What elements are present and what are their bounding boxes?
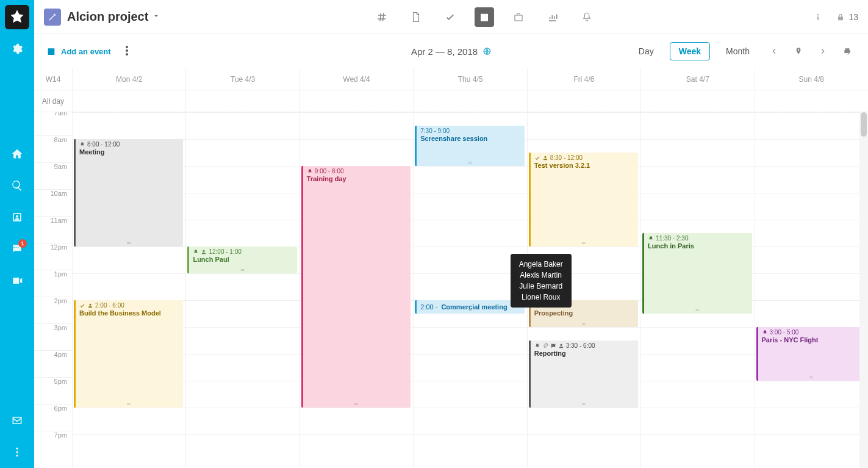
user-icon	[87, 303, 93, 309]
event-lunch[interactable]: 12:00 - 1:00 Lunch Paul ═	[187, 247, 296, 273]
project-title[interactable]: Alcion project	[67, 10, 148, 24]
svg-point-0	[16, 448, 18, 450]
day-header[interactable]: Wed 4/4	[299, 68, 413, 90]
day-column-fri[interactable]: 8:30 - 12:00 Test version 3.2.1 ═ 2:00 -…	[527, 112, 640, 468]
svg-point-3	[817, 14, 819, 15]
topbar: Alcion project 13	[34, 0, 868, 34]
day-header[interactable]: Thu 4/5	[413, 68, 526, 90]
location-icon[interactable]	[790, 43, 807, 60]
bell-icon	[534, 343, 540, 349]
chat-icon[interactable]: 1	[5, 237, 29, 261]
event-paris[interactable]: 11:30 - 2:30 Lunch in Paris ═	[642, 233, 751, 314]
svg-point-2	[16, 455, 18, 456]
project-icon[interactable]	[44, 9, 61, 26]
comment-icon	[550, 343, 556, 349]
month-view-button[interactable]: Month	[717, 43, 758, 60]
file-icon[interactable]	[406, 7, 426, 27]
print-icon[interactable]	[839, 43, 856, 60]
contacts-icon[interactable]	[5, 205, 29, 229]
day-header[interactable]: Mon 4/2	[72, 68, 185, 90]
day-header[interactable]: Fri 4/6	[527, 68, 640, 90]
date-range: Apr 2 — 8, 2018	[411, 46, 491, 57]
globe-icon[interactable]	[482, 47, 491, 56]
bell-icon	[79, 142, 85, 148]
check-icon	[79, 303, 85, 309]
event-meeting[interactable]: 8:00 - 12:00 Meeting ═	[74, 139, 183, 247]
home-icon[interactable]	[5, 142, 29, 166]
event-screenshare[interactable]: 7:30 - 9:00 Screenshare session ═	[415, 126, 524, 166]
user-icon	[542, 155, 548, 161]
calendar: W14 Mon 4/2 Tue 4/3 Wed 4/4 Thu 4/5 Fri …	[34, 68, 868, 468]
bell-icon	[193, 249, 199, 255]
allday-row: All day	[34, 90, 868, 112]
day-column-thu[interactable]: 7:30 - 9:00 Screenshare session ═ 2:00 -…	[413, 112, 526, 468]
day-column-wed[interactable]: 9:00 - 6:00 Training day ═	[299, 112, 413, 468]
event-flight[interactable]: 3:00 - 5:00 Paris - NYC Flight ═	[756, 327, 866, 381]
calendar-body: 7am 8am 9am 10am 11am 12pm 1pm 2pm 3pm 4…	[34, 112, 868, 468]
chevron-down-icon[interactable]	[152, 12, 160, 22]
bell-icon	[762, 329, 768, 336]
next-icon[interactable]	[814, 43, 831, 60]
day-column-sun[interactable]: 3:00 - 5:00 Paris - NYC Flight ═	[755, 112, 868, 468]
day-column-sat[interactable]: 11:30 - 2:30 Lunch in Paris ═	[640, 112, 754, 468]
event-reporting[interactable]: 3:30 - 6:00 Reporting ═	[529, 340, 638, 408]
bell-icon	[648, 236, 654, 242]
chart-icon[interactable]	[543, 7, 562, 27]
calendar-icon[interactable]	[475, 7, 494, 27]
attachment-icon	[542, 343, 548, 349]
day-column-tue[interactable]: 12:00 - 1:00 Lunch Paul ═	[185, 112, 299, 468]
time-column: 7am 8am 9am 10am 11am 12pm 1pm 2pm 3pm 4…	[34, 112, 72, 468]
settings-icon[interactable]	[5, 37, 29, 61]
check-icon[interactable]	[440, 7, 460, 27]
event-commercial[interactable]: 2:00 -Commercial meeting ═	[415, 300, 524, 314]
add-event-button[interactable]: Add an event	[46, 46, 111, 56]
scrollbar[interactable]	[859, 112, 868, 468]
prev-icon[interactable]	[766, 43, 783, 60]
day-header[interactable]: Sun 4/8	[755, 68, 868, 90]
svg-point-6	[126, 53, 128, 56]
video-icon[interactable]	[5, 268, 29, 293]
day-view-button[interactable]: Day	[630, 43, 662, 60]
chat-badge: 1	[18, 239, 27, 248]
main: Alcion project 13	[34, 0, 868, 468]
bell-icon[interactable]	[577, 7, 597, 27]
svg-point-4	[126, 46, 128, 48]
toolbar: Add an event Apr 2 — 8, 2018 Day Week Mo…	[34, 34, 868, 68]
event-biz[interactable]: 2:00 - 6:00 Build the Business Model ═	[74, 300, 183, 408]
app-logo[interactable]	[5, 5, 29, 29]
bell-icon	[307, 168, 313, 175]
week-view-button[interactable]: Week	[670, 42, 710, 60]
more-icon[interactable]	[126, 46, 128, 57]
more-sidebar-icon[interactable]	[5, 440, 29, 464]
search-icon[interactable]	[5, 173, 29, 198]
sidebar: 1	[0, 0, 34, 468]
attendee-tooltip: Angela Baker Alexis Martin Julie Bernard…	[511, 254, 572, 308]
day-header[interactable]: Tue 4/3	[185, 68, 299, 90]
user-icon	[201, 249, 207, 255]
event-test[interactable]: 8:30 - 12:00 Test version 3.2.1 ═	[529, 153, 638, 247]
user-icon	[558, 343, 564, 349]
svg-point-1	[16, 451, 18, 453]
hash-icon[interactable]	[372, 7, 392, 27]
scrollbar-thumb[interactable]	[861, 112, 867, 137]
info-icon[interactable]	[808, 7, 828, 27]
user-count[interactable]: 13	[836, 12, 858, 22]
day-header[interactable]: Sat 4/7	[640, 68, 754, 90]
calendar-header: W14 Mon 4/2 Tue 4/3 Wed 4/4 Thu 4/5 Fri …	[34, 68, 868, 90]
week-label: W14	[34, 68, 72, 90]
svg-point-5	[126, 49, 128, 52]
briefcase-icon[interactable]	[509, 7, 528, 27]
mail-icon[interactable]	[5, 408, 29, 433]
day-column-mon[interactable]: 8:00 - 12:00 Meeting ═ 2:00 - 6:00 Build…	[72, 112, 185, 468]
check-icon	[534, 155, 540, 161]
event-training[interactable]: 9:00 - 6:00 Training day ═	[301, 166, 411, 408]
